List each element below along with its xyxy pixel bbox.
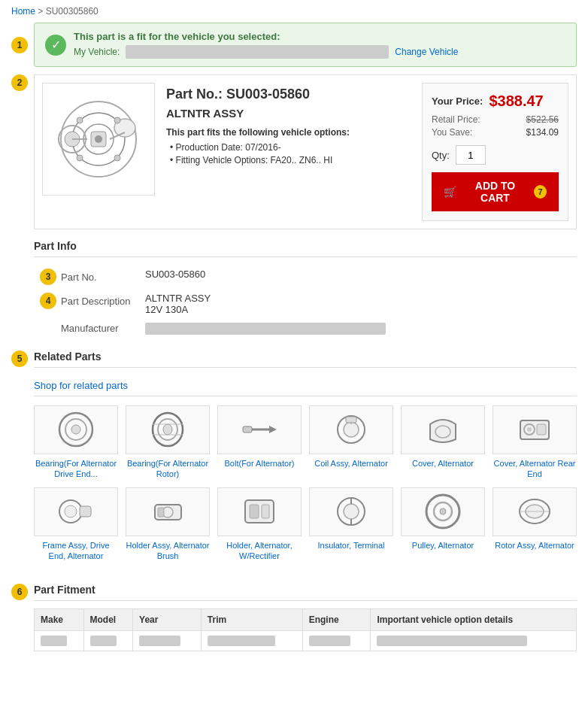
related-part-name-0: Bearing(For Alternator Drive End... [34,458,118,480]
related-part-name-6: Frame Assy, Drive End, Alternator [34,540,118,562]
part-fitment-title: Part Fitment [34,584,577,601]
part-desc-label: 4 Part Description [34,289,139,319]
fit-banner: ✓ This part is a fit for the vehicle you… [34,23,577,67]
part-info-row-1: 3 Part No. SU003-05860 [34,265,577,289]
svg-point-19 [163,424,172,435]
shop-related-parts-link[interactable]: Shop for related parts [34,375,577,396]
svg-point-9 [95,135,102,143]
part-info-title: Part Info [34,240,577,257]
related-part-7[interactable]: Holder Assy, Alternator Brush [126,487,210,562]
part-number-value: SU003-05860 [226,86,310,102]
fitment-header-row: Make Model Year Trim Engine Important ve… [35,609,577,631]
fits-label: This part fits the following vehicle opt… [166,127,411,138]
part-thumb-1 [126,405,210,454]
svg-marker-23 [269,426,277,433]
related-part-name-4: Cover, Alternator [401,458,485,469]
your-price-label: Your Price: [432,96,483,107]
svg-point-44 [344,504,359,519]
related-part-9[interactable]: Insulator, Terminal [309,487,393,562]
svg-rect-42 [262,505,269,518]
fitment-make-1 [35,631,84,651]
fitment-year-1 [133,631,202,651]
related-part-6[interactable]: Frame Assy, Drive End, Alternator [34,487,118,562]
part-no-value: SU003-05860 [139,265,577,289]
svg-point-49 [440,508,446,514]
related-part-0[interactable]: Bearing(For Alternator Drive End... [34,405,118,480]
col-engine: Engine [302,609,371,631]
related-part-name-11: Rotor Assy, Alternator [493,540,577,551]
vehicle-label: My Vehicle: [74,47,120,57]
col-make: Make [35,609,84,631]
breadcrumb-current: SU00305860 [46,6,99,17]
breadcrumb-separator: > [38,6,45,17]
breadcrumb-home[interactable]: Home [11,6,35,17]
svg-rect-33 [537,424,546,435]
add-to-cart-label: ADD TO CART [461,180,529,204]
fitment-engine-1 [302,631,371,651]
part-thumb-11 [493,487,577,536]
related-part-11[interactable]: Rotor Assy, Alternator [493,487,577,562]
qty-input[interactable] [456,145,486,165]
you-save-label: You Save: [432,127,472,138]
part-thumb-8 [217,487,302,536]
change-vehicle-link[interactable]: Change Vehicle [395,47,458,57]
part-thumb-6 [34,487,118,536]
related-part-name-3: Coil Assy, Alternator [309,458,393,469]
part-number-label: Part No.: [166,86,223,102]
svg-point-10 [77,117,83,123]
breadcrumb: Home > SU00305860 [0,0,588,23]
part-thumb-0 [34,405,118,454]
related-part-1[interactable]: Bearing(For Alternator Rotor) [126,405,210,480]
part-thumb-3 [309,405,393,454]
part-thumb-4 [401,405,485,454]
fits-list: Production Date: 07/2016- Fitting Vehicl… [166,142,411,165]
cart-badge: 7 [534,185,547,199]
svg-point-35 [65,505,77,517]
related-part-10[interactable]: Pulley, Alternator [401,487,485,562]
part-desc-value: ALTNTR ASSY12V 130A [139,289,577,319]
you-save-value: $134.09 [526,127,559,138]
fitment-model-1 [83,631,133,651]
fits-item-1: Production Date: 07/2016- [170,142,411,153]
related-part-3[interactable]: Coil Assy, Alternator [309,405,393,480]
retail-label: Retail Price: [432,114,480,125]
manufacturer-value [139,319,577,338]
step-1-badge: 1 [11,37,28,53]
related-part-name-9: Insulator, Terminal [309,540,393,551]
svg-rect-36 [80,506,91,517]
part-thumb-5 [493,405,577,454]
price-box: Your Price: $388.47 Retail Price: $522.5… [422,83,568,221]
step-5-badge: 5 [11,350,28,367]
related-part-8[interactable]: Holder, Alternator, W/Rectifier [217,487,302,562]
qty-label: Qty: [432,150,450,161]
part-name: ALTNTR ASSY [166,107,411,120]
fitment-options-1 [371,631,577,651]
add-to-cart-button[interactable]: 🛒 ADD TO CART 7 [432,172,559,211]
part-number: Part No.: SU003-05860 [166,86,411,102]
fit-banner-title: This part is a fit for the vehicle you s… [74,31,565,42]
manufacturer-label: Manufacturer [34,319,139,338]
related-part-4[interactable]: Cover, Alternator [401,405,485,480]
part-thumb-10 [401,487,485,536]
related-part-2[interactable]: Bolt(For Alternator) [217,405,302,480]
col-options: Important vehicle option details [371,609,577,631]
part-thumb-9 [309,487,393,536]
product-image [42,83,155,196]
fitment-table: Make Model Year Trim Engine Important ve… [34,608,577,651]
step-2-badge: 2 [11,74,28,91]
your-price-value: $388.47 [489,93,543,110]
related-parts-title: Related Parts [34,350,577,368]
related-part-name-5: Cover, Alternator Rear End [493,458,577,480]
related-part-name-10: Pulley, Alternator [401,540,485,551]
related-part-name-1: Bearing(For Alternator Rotor) [126,458,210,480]
col-trim: Trim [201,609,302,631]
svg-point-12 [114,117,120,123]
fit-check-icon: ✓ [45,35,66,56]
cart-icon: 🛒 [444,186,456,198]
svg-point-13 [77,155,83,161]
svg-rect-39 [158,508,164,517]
related-parts-grid-row2: Frame Assy, Drive End, Alternator Holder… [34,487,577,562]
related-part-name-2: Bolt(For Alternator) [217,458,302,469]
related-part-name-7: Holder Assy, Alternator Brush [126,540,210,562]
related-part-5[interactable]: Cover, Alternator Rear End [493,405,577,480]
